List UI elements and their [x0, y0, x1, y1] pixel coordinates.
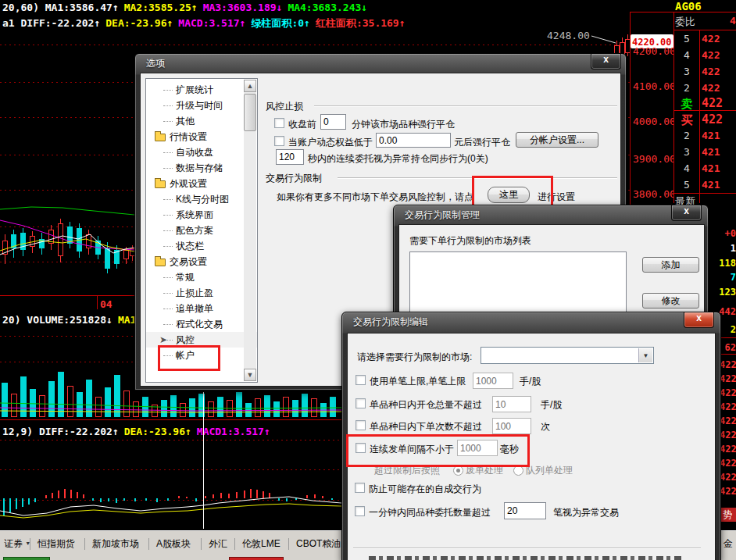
seconds-suffix: 秒内的连续委托视为异常持仓同步行为(0关): [308, 152, 488, 166]
add-button[interactable]: 添加: [642, 257, 699, 273]
tab-hsi-futures[interactable]: 恒指期货: [38, 536, 75, 551]
da­ily-order-count-input[interactable]: 100: [492, 418, 531, 434]
tree-item-status-bar[interactable]: 状态栏: [146, 238, 257, 254]
tree-item-extended-stats[interactable]: 扩展统计: [146, 82, 257, 98]
trade-price: 422: [720, 430, 736, 441]
tree-item-label: 常规: [176, 272, 195, 283]
options-dialog-titlebar[interactable]: 选项: [135, 54, 626, 73]
tree-item-other[interactable]: 其他: [146, 113, 257, 129]
settings-tree[interactable]: 扩展统计 升级与时间 其他 行情设置 自动收盘 数据与存储 外观设置 K线与分时…: [145, 78, 258, 383]
checkbox-minute-order-count[interactable]: [355, 506, 365, 516]
edit-dialog-titlebar[interactable]: 交易行为限制编辑: [342, 312, 720, 331]
close-icon[interactable]: x: [591, 54, 621, 70]
tree-item-system-ui[interactable]: 系统界面: [146, 207, 257, 223]
trading-app-screen: 20,60) MA1:3586.47↑MA2:3585.25↑MA3:3603.…: [0, 0, 736, 560]
tree-item-color-scheme[interactable]: 配色方案: [146, 223, 257, 238]
stat-value: 1: [717, 243, 736, 254]
checkbox-prevent-self-trade[interactable]: [355, 483, 365, 493]
tree-item-label: 系统界面: [176, 209, 213, 220]
tree-item-data-storage[interactable]: 数据与存储: [146, 160, 257, 176]
corner-tab-trend[interactable]: 势: [719, 508, 736, 522]
manage-dialog-titlebar[interactable]: 交易行为限制管理: [394, 205, 708, 224]
chevron-down-icon[interactable]: ▼: [638, 348, 652, 362]
tree-item-label: 扩展统计: [176, 84, 213, 95]
sub-account-settings-button[interactable]: 分帐户设置...: [516, 132, 598, 148]
buy-level: 5: [677, 179, 697, 191]
checkbox-close-before[interactable]: [274, 118, 284, 128]
clipped-bottom-text: [369, 556, 681, 560]
tree-item-quote-settings[interactable]: 行情设置: [146, 129, 257, 144]
panel-vline: [699, 30, 700, 203]
tree-item-kline-chart[interactable]: K线与分时图: [146, 191, 257, 207]
tree-item-stop-loss[interactable]: 止损止盈: [146, 285, 257, 301]
tree-item-auto-close[interactable]: 自动收盘: [146, 144, 257, 160]
trade-price: 422: [720, 486, 736, 497]
market-combobox[interactable]: ▼: [481, 347, 654, 364]
scroll-down-icon[interactable]: ▼: [244, 369, 256, 381]
tab-securities[interactable]: 证券 ▼: [4, 536, 30, 551]
scroll-up-icon[interactable]: ▲: [244, 80, 256, 92]
daily-order-count-label: 单品种日内下单次数不超过: [370, 420, 482, 433]
single-order-limit-unit: 手/股: [520, 375, 541, 388]
trade-price: 422: [720, 387, 736, 398]
tree-item-upgrade-time[interactable]: 升级与时间: [146, 98, 257, 113]
tab-a-shares[interactable]: A股板块: [156, 536, 191, 551]
tab-separator: [201, 538, 202, 550]
tab-separator: [288, 538, 289, 550]
tab-label: 伦敦LME: [242, 538, 280, 549]
close-icon[interactable]: x: [671, 205, 702, 221]
modify-button[interactable]: 修改: [642, 293, 699, 309]
buy-price: 421: [702, 179, 736, 191]
button-label: 添加: [662, 259, 681, 272]
scrollbar-thumb[interactable]: [244, 94, 256, 131]
close-glyph: x: [603, 54, 609, 65]
tab-london-lme[interactable]: 伦敦LME: [242, 536, 280, 551]
checkbox-single-order-limit[interactable]: [355, 375, 366, 385]
tab-label: 新加坡市场: [92, 538, 139, 549]
input-value: 10: [495, 399, 506, 410]
close-before-minutes-input[interactable]: 0: [320, 114, 346, 130]
buy-price: 421: [702, 130, 736, 141]
close-icon[interactable]: x: [684, 312, 714, 328]
checkbox-daily-open-limit[interactable]: [355, 398, 366, 408]
tree-item-label: 自动收盘: [176, 147, 213, 158]
dialog-title: 交易行为限制管理: [405, 209, 480, 220]
tab-corner-partial[interactable]: 金: [723, 536, 733, 551]
tab-label: 证券: [4, 538, 23, 549]
tab-cbot-grain[interactable]: CBOT粮油: [296, 536, 341, 551]
tab-forex[interactable]: 外汇: [209, 536, 227, 551]
single-order-limit-label: 使用单笔上限,单笔上限: [370, 375, 466, 388]
tab-label: CBOT粮油: [296, 538, 341, 549]
checkbox-equity-below[interactable]: [274, 136, 284, 146]
daily-open-limit-label: 单品种日内开仓总量不超过: [370, 398, 482, 412]
single-order-limit-input[interactable]: 1000: [473, 373, 513, 389]
annotation-rect-risk-item: [158, 345, 220, 371]
tree-item-trade-settings[interactable]: 交易设置: [146, 254, 257, 269]
buy1-label: 买: [677, 113, 697, 128]
axis-price: 3800.00: [633, 188, 673, 200]
minute-order-count-unit: 笔视为异常交易: [553, 506, 619, 519]
arrow-glyph: ▲: [247, 82, 254, 90]
checkbox-daily-order-count[interactable]: [355, 420, 366, 430]
equity-threshold-input[interactable]: 0.00: [376, 133, 451, 148]
folder-icon: [155, 259, 166, 266]
tree-item-label: 状态栏: [176, 241, 204, 251]
sell-level: 5: [677, 33, 697, 45]
equity-below-suffix: 元后强行平仓: [454, 136, 510, 149]
seconds-input[interactable]: 120: [276, 149, 304, 165]
tab-singapore-market[interactable]: 新加坡市场: [92, 536, 139, 551]
tree-scrollbar[interactable]: ▲ ▼: [244, 80, 256, 381]
tree-item-label: 交易设置: [170, 256, 207, 267]
weibi-label: 委比: [675, 15, 695, 29]
sell-level: 2: [677, 82, 697, 94]
tree-item-program-trading[interactable]: 程式化交易: [146, 316, 257, 332]
minute-order-count-input[interactable]: 20: [504, 502, 546, 519]
tree-item-chase-cancel[interactable]: 追单撤单: [146, 301, 257, 316]
limit-hint-pre: 如果你有更多不同市场下单交易风险控制，请点: [277, 191, 473, 204]
daily-open-limit-input[interactable]: 10: [492, 396, 531, 412]
tree-item-general[interactable]: 常规: [146, 269, 257, 285]
behavior-limit-edit-dialog: 交易行为限制编辑 x 请选择需要行为限制的市场: ▼ 使用单笔上限,单笔上限 1…: [341, 312, 721, 560]
tree-item-appearance[interactable]: 外观设置: [146, 176, 257, 191]
axis-price: 4100.00: [633, 80, 673, 92]
input-value: 120: [279, 152, 295, 162]
